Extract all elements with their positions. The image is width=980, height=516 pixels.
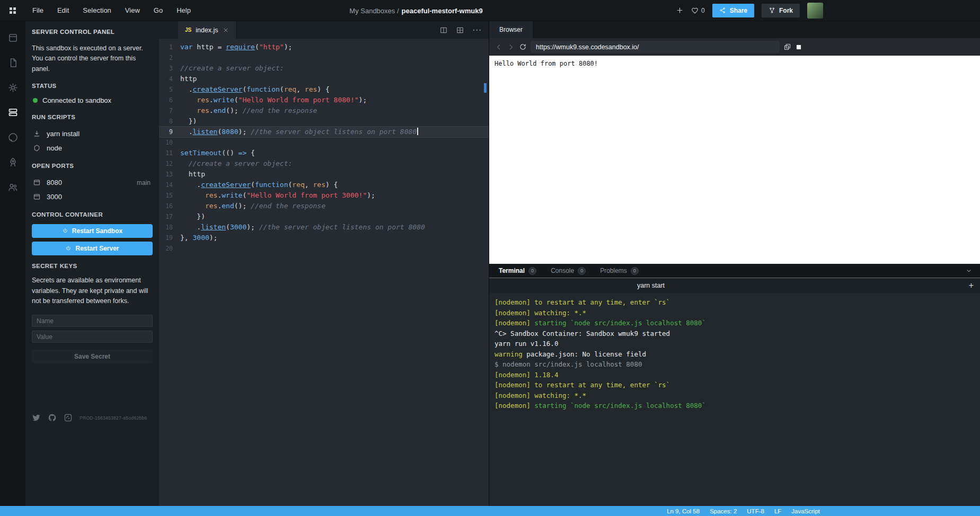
secret-keys-description: Secrets are available as environment var… xyxy=(32,275,153,306)
menu-selection[interactable]: Selection xyxy=(76,0,118,21)
back-icon[interactable] xyxy=(495,43,503,51)
line-text: }, 3000); xyxy=(180,233,217,243)
code-line-20[interactable]: 20 xyxy=(159,243,489,254)
activity-deployment[interactable] xyxy=(0,150,25,175)
close-tab-icon[interactable] xyxy=(223,27,229,33)
run-script-node[interactable]: node xyxy=(32,141,153,155)
restart-server-button[interactable]: Restart Server xyxy=(32,242,153,255)
url-input[interactable]: https://wmuk9.sse.codesandbox.io/ xyxy=(531,41,780,53)
status-text: Connected to sandbox xyxy=(42,96,111,104)
activity-live[interactable] xyxy=(0,175,25,200)
tab-indexjs[interactable]: JS index.js xyxy=(178,21,236,39)
add-terminal-icon[interactable]: + xyxy=(969,278,974,293)
activity-file-explorer[interactable] xyxy=(0,50,25,75)
user-avatar[interactable] xyxy=(807,3,823,19)
terminal-session-tab[interactable]: yarn start xyxy=(489,282,813,289)
port-8080[interactable]: 8080main xyxy=(32,175,153,190)
terminal-line: [nodemon] starting `node src/index.js lo… xyxy=(495,401,975,411)
tab-badge: 0 xyxy=(578,267,586,275)
configuration-icon xyxy=(7,82,19,93)
window-icon xyxy=(33,193,41,201)
menu-go[interactable]: Go xyxy=(147,0,170,21)
line-text: }) xyxy=(180,116,197,127)
run-script-yarn-install[interactable]: yarn install xyxy=(32,127,153,141)
twitter-icon[interactable] xyxy=(32,413,41,422)
port-3000[interactable]: 3000 xyxy=(32,190,153,204)
share-label: Share xyxy=(730,7,747,14)
code-line-7[interactable]: 7 res.end(); //end the response xyxy=(159,105,489,116)
terminal-output[interactable]: [nodemon] to restart at any time, enter … xyxy=(489,293,980,506)
code-line-13[interactable]: 13 http xyxy=(159,169,489,180)
share-button[interactable]: Share xyxy=(712,4,754,17)
spectrum-icon[interactable] xyxy=(64,413,73,422)
code-line-11[interactable]: 11setTimeout(() => { xyxy=(159,148,489,158)
activity-configuration[interactable] xyxy=(0,75,25,100)
code-line-14[interactable]: 14 .createServer(function(req, res) { xyxy=(159,180,489,190)
menu-help[interactable]: Help xyxy=(170,0,198,21)
forward-icon[interactable] xyxy=(507,43,515,51)
code-line-6[interactable]: 6 res.write("Hello World from port 8080!… xyxy=(159,95,489,105)
download-icon xyxy=(33,130,41,138)
code-line-19[interactable]: 19}, 3000); xyxy=(159,233,489,243)
code-line-18[interactable]: 18 .listen(3000); //the server object li… xyxy=(159,222,489,233)
menu-view[interactable]: View xyxy=(118,0,147,21)
fork-button[interactable]: Fork xyxy=(762,4,800,17)
code-editor[interactable]: 1var http = require("http");23//create a… xyxy=(159,39,489,506)
code-line-4[interactable]: 4http xyxy=(159,74,489,84)
code-line-5[interactable]: 5 .createServer(function(req, res) { xyxy=(159,84,489,95)
secret-value-input[interactable] xyxy=(32,331,153,343)
save-secret-button[interactable]: Save Secret xyxy=(32,350,153,363)
preview-toggle-icon[interactable] xyxy=(795,43,802,51)
tab-label: Console xyxy=(551,267,574,274)
power-icon xyxy=(65,245,72,252)
activity-server-control[interactable] xyxy=(0,100,25,125)
status-ln[interactable]: Ln 9, Col 58 xyxy=(667,508,700,514)
run-scripts-list: yarn installnode xyxy=(32,127,153,155)
project-title: peaceful-mestorf-wmuk9 xyxy=(402,7,483,15)
text-cursor xyxy=(417,128,418,135)
status-javascript[interactable]: JavaScript xyxy=(791,508,820,514)
collapse-devtools-icon[interactable] xyxy=(965,267,973,274)
github-icon[interactable] xyxy=(48,413,57,422)
code-line-1[interactable]: 1var http = require("http"); xyxy=(159,42,489,52)
more-actions-icon[interactable]: ⋯ xyxy=(472,25,481,34)
main-menu-button[interactable] xyxy=(0,0,25,21)
code-line-12[interactable]: 12 //create a server object: xyxy=(159,158,489,169)
code-line-10[interactable]: 10 xyxy=(159,137,489,148)
secret-name-input[interactable] xyxy=(32,315,153,327)
devtools-tab-console[interactable]: Console0 xyxy=(551,267,586,275)
new-sandbox-button[interactable] xyxy=(676,6,684,14)
tab-browser[interactable]: Browser xyxy=(489,21,533,38)
like-button[interactable]: 0 xyxy=(691,7,705,14)
status-spaces[interactable]: Spaces: 2 xyxy=(710,508,737,514)
activity-project-overview[interactable] xyxy=(0,25,25,50)
line-text: http xyxy=(180,74,197,84)
code-line-8[interactable]: 8 }) xyxy=(159,116,489,127)
breadcrumb: My Sandboxes / peaceful-mestorf-wmuk9 xyxy=(349,0,482,21)
code-line-16[interactable]: 16 res.end(); //end the response xyxy=(159,201,489,211)
like-count: 0 xyxy=(701,7,705,14)
secret-keys-title: SECRET KEYS xyxy=(32,263,153,269)
split-view-icon[interactable] xyxy=(439,26,448,34)
power-icon xyxy=(62,228,68,234)
activity-github[interactable] xyxy=(0,125,25,150)
refresh-icon[interactable] xyxy=(519,43,527,51)
open-new-window-icon[interactable] xyxy=(783,43,791,51)
code-line-9[interactable]: 9 .listen(8080); //the server object lis… xyxy=(159,127,489,137)
grid-view-icon[interactable] xyxy=(456,26,464,34)
menu-edit[interactable]: Edit xyxy=(50,0,76,21)
status-lf[interactable]: LF xyxy=(774,508,781,514)
tab-label: Terminal xyxy=(499,267,525,274)
code-line-17[interactable]: 17 }) xyxy=(159,211,489,222)
status-utf-8[interactable]: UTF-8 xyxy=(747,508,764,514)
deployment-icon xyxy=(7,157,19,168)
code-line-3[interactable]: 3//create a server object: xyxy=(159,63,489,74)
breadcrumb-prefix[interactable]: My Sandboxes / xyxy=(349,7,399,15)
code-line-15[interactable]: 15 res.write("Hello World from port 3000… xyxy=(159,190,489,201)
restart-sandbox-button[interactable]: Restart Sandbox xyxy=(32,224,153,238)
code-line-2[interactable]: 2 xyxy=(159,52,489,63)
devtools-tab-terminal[interactable]: Terminal0 xyxy=(499,267,536,275)
line-text: res.end(); //end the response xyxy=(180,201,325,211)
menu-file[interactable]: File xyxy=(25,0,50,21)
devtools-tab-problems[interactable]: Problems0 xyxy=(600,267,639,275)
